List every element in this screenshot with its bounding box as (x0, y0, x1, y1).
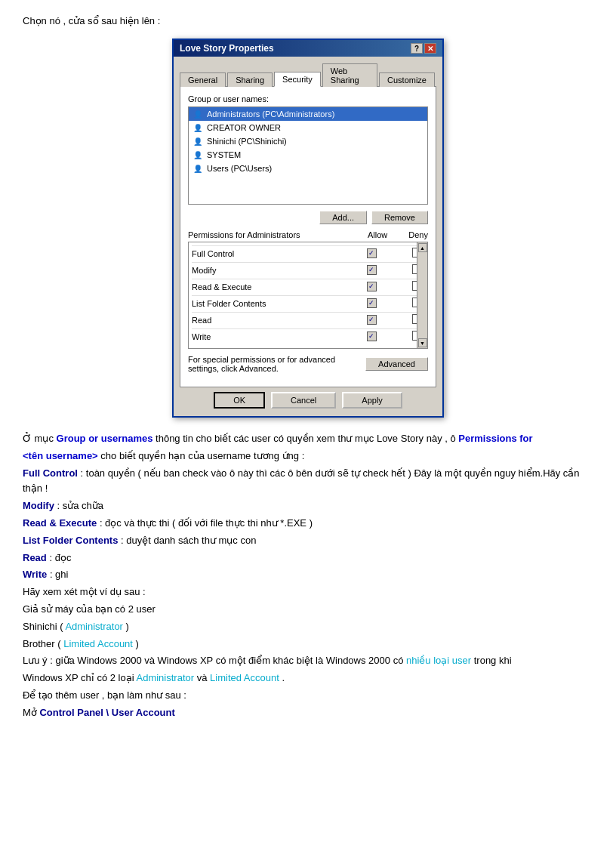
perm-label-write: Write (192, 332, 364, 341)
text-read-execute-desc: : đọc và thực thi ( đối với file thực th… (100, 517, 313, 529)
text-limited-link: Limited Account (210, 672, 279, 683)
allow-checkbox-write[interactable]: ✓ (367, 331, 377, 341)
perm-label-full-control: Full Control (192, 249, 364, 258)
text-list-folder-desc: : duyệt danh sách thư mục con (121, 535, 256, 546)
text-brother: Brother ( (23, 638, 63, 649)
text-o-muc: Ở mục (23, 433, 57, 444)
user-name-creator: CREATOR OWNER (207, 123, 281, 132)
line-write: Write : ghi (23, 567, 593, 583)
scroll-down-arrow[interactable]: ▼ (418, 338, 427, 347)
perm-label-read: Read (192, 316, 364, 325)
perm-checkboxes-list-folder: ✓ (364, 298, 424, 309)
body-content: Ở mục Group or usernames thông tin cho b… (23, 431, 593, 721)
user-list[interactable]: 👤 Administrators (PC\Administrators) 👤 C… (188, 106, 428, 205)
text-va: và (197, 672, 210, 683)
perm-checkboxes-modify: ✓ (364, 264, 424, 276)
line-read-execute: Read & Execute : đọc và thực thi ( đối v… (23, 516, 593, 532)
perm-label-list-folder: List Folder Contents (192, 299, 364, 308)
perm-row-write: Write ✓ (192, 328, 424, 344)
apply-button[interactable]: Apply (342, 392, 402, 409)
tab-web-sharing[interactable]: Web Sharing (322, 63, 377, 87)
cancel-button[interactable]: Cancel (271, 392, 336, 409)
line-note-2: Windows XP chỉ có 2 loại Administrator v… (23, 671, 593, 686)
text-modify-desc: : sửa chữa (57, 500, 104, 511)
tab-customize[interactable]: Customize (379, 72, 435, 87)
text-group-usernames-bold: Group or usernames (57, 433, 153, 444)
advanced-row: For special permissions or for advanced … (188, 355, 428, 373)
user-name-shinichi: Shinichi (PC\Shinichi) (207, 137, 287, 146)
text-note-start: Lưu ý : giữa Windows 2000 và Windows XP … (23, 655, 406, 666)
allow-checkbox-full-control[interactable]: ✓ (367, 248, 377, 258)
text-read-label: Read (23, 552, 47, 563)
perm-row-list-folder: List Folder Contents ✓ (192, 295, 424, 310)
line-modify: Modify : sửa chữa (23, 498, 593, 514)
user-item-administrators[interactable]: 👤 Administrators (PC\Administrators) (189, 107, 427, 121)
line-brother: Brother ( Limited Account ) (23, 637, 593, 652)
permissions-scrollbar[interactable]: ▲ ▼ (417, 242, 427, 348)
tab-security[interactable]: Security (274, 72, 321, 87)
line-note: Lưu ý : giữa Windows 2000 và Windows XP … (23, 653, 593, 669)
allow-checkbox-modify[interactable]: ✓ (367, 265, 377, 275)
remove-button[interactable]: Remove (371, 211, 428, 224)
scroll-up-arrow[interactable]: ▲ (418, 243, 427, 252)
dialog-content: General Sharing Security Web Sharing Cus… (174, 57, 442, 416)
line-full-control: Full Control : toàn quyền ( nếu ban chec… (23, 466, 593, 498)
ok-button[interactable]: OK (214, 392, 265, 409)
line-example-1: Giả sử máy của bạn có 2 user (23, 602, 593, 618)
perm-checkboxes-full-control: ✓ (364, 248, 424, 259)
line-example-intro: Hãy xem xét một ví dụ sau : (23, 584, 593, 600)
dialog-title: Love Story Properties (180, 43, 274, 54)
text-de-tao: Để tạo thêm user , bạn làm như sau : (23, 689, 186, 701)
text-example-1: Giả sử máy của bạn có 2 user (23, 603, 156, 615)
close-button[interactable]: ✕ (424, 43, 436, 54)
user-item-system[interactable]: 👤 SYSTEM (189, 148, 427, 162)
tab-sharing[interactable]: Sharing (227, 72, 273, 87)
user-icon-shinichi: 👤 (192, 136, 204, 146)
text-read-desc: : đọc (49, 552, 71, 563)
help-button[interactable]: ? (411, 43, 423, 54)
text-period: . (282, 672, 285, 683)
dialog-wrapper: Love Story Properties ? ✕ General Sharin… (23, 39, 593, 418)
text-cho-biet: cho biết quyền hạn của username tương ứn… (100, 450, 304, 461)
text-example-intro: Hãy xem xét một ví dụ sau : (23, 586, 146, 597)
allow-header: Allow (368, 230, 387, 239)
text-brother-end: ) (136, 638, 139, 649)
text-group-rest: thông tin cho biết các user có quyền xem… (156, 433, 458, 444)
tabs-bar: General Sharing Security Web Sharing Cus… (180, 63, 436, 86)
text-brother-role: Limited Account (63, 638, 133, 649)
add-button[interactable]: Add... (319, 211, 367, 224)
perm-row-modify: Modify ✓ (192, 262, 424, 277)
line-group-usernames: Ở mục Group or usernames thông tin cho b… (23, 431, 593, 447)
text-shinichi-role: Administrator (65, 621, 123, 632)
dialog-titlebar: Love Story Properties ? ✕ (174, 40, 442, 57)
dialog-footer: OK Cancel Apply (180, 387, 436, 410)
line-open-panel: Mở Control Panel \ User Account (23, 705, 593, 721)
allow-checkbox-read[interactable]: ✓ (367, 315, 377, 325)
allow-checkbox-read-execute[interactable]: ✓ (367, 282, 377, 291)
text-nhieu-loai-user: nhiều loại user (406, 655, 471, 666)
perm-row-read: Read ✓ (192, 312, 424, 327)
user-item-users[interactable]: 👤 Users (PC\Users) (189, 162, 427, 175)
advanced-text: For special permissions or for advanced … (188, 355, 365, 373)
user-name-users: Users (PC\Users) (207, 164, 272, 173)
security-tab-panel: Group or user names: 👤 Administrators (P… (180, 86, 436, 387)
text-control-panel-bold: Control Panel \ User Account (39, 707, 174, 718)
perm-label-read-execute: Read & Execute (192, 282, 364, 291)
line-list-folder: List Folder Contents : duyệt danh sách t… (23, 533, 593, 549)
text-administrator-link: Administrator (137, 672, 195, 683)
allow-checkbox-list-folder[interactable]: ✓ (367, 298, 377, 308)
perm-checkboxes-read: ✓ (364, 314, 424, 325)
line-shinichi: Shinichi ( Administrator ) (23, 619, 593, 635)
text-full-control-desc: : toàn quyền ( nếu ban check vào ô này t… (23, 467, 580, 495)
user-item-creator[interactable]: 👤 CREATOR OWNER (189, 121, 427, 134)
user-item-shinichi[interactable]: 👤 Shinichi (PC\Shinichi) (189, 134, 427, 148)
permissions-scroll-area: Full Control ✓ Modify ✓ (188, 242, 428, 349)
tab-general[interactable]: General (180, 72, 226, 87)
perm-row-full-control: Full Control ✓ (192, 245, 424, 261)
text-list-folder-label: List Folder Contents (23, 535, 118, 546)
advanced-button[interactable]: Advanced (365, 357, 428, 371)
text-shinichi-end: ) (126, 621, 129, 632)
perm-row-read-execute: Read & Execute ✓ (192, 279, 424, 294)
perm-label-modify: Modify (192, 266, 364, 275)
intro-text: Chọn nó , cửa sổ sau hiện lên : (23, 15, 593, 26)
